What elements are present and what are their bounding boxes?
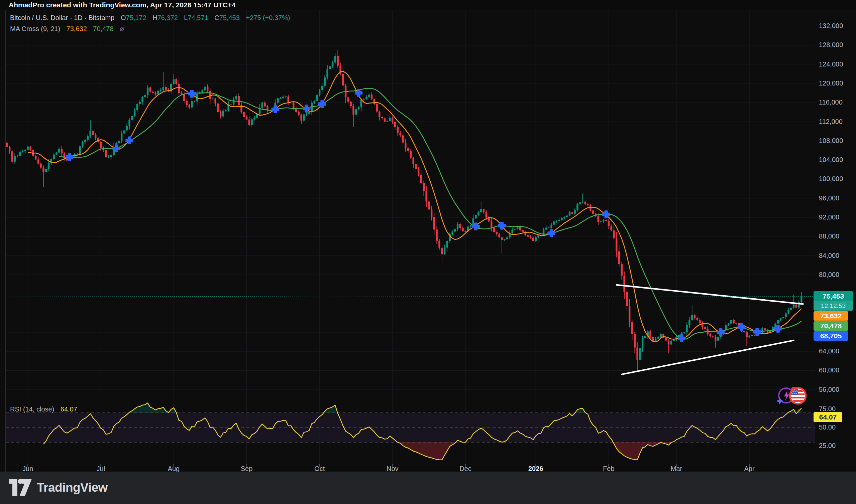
time-axis-month-label: Nov (387, 465, 398, 472)
tradingview-share-image: AhmadPro created with TradingView.com, A… (0, 0, 856, 504)
price-axis-label: 84,000 (819, 252, 839, 259)
rsi-axis-label: 25.00 (819, 442, 836, 449)
corner-icons[interactable] (775, 385, 808, 406)
ma-cross-legend-row[interactable]: MA Cross (9, 21) 73,632 70,478 ⌀ (10, 25, 124, 33)
time-axis-month-label: Apr (744, 465, 754, 472)
time-axis-month-label: Oct (314, 465, 325, 472)
price-axis-label: 60,000 (819, 366, 839, 374)
time-axis-month-label: Dec (459, 465, 472, 472)
price-axis-label: 128,000 (819, 41, 843, 49)
price-axis-label: 112,000 (819, 118, 843, 125)
empty-set-icon[interactable]: ⌀ (120, 25, 124, 32)
low-label: L (184, 14, 188, 21)
tradingview-logo[interactable]: TradingView (9, 479, 108, 497)
time-axis-month-label: Jul (97, 465, 105, 472)
rsi-value-tag: 64.07 (814, 412, 842, 422)
low-value: 74,571 (188, 14, 208, 21)
open-label: O (121, 14, 126, 21)
time-axis-month-label: Jun (22, 465, 33, 472)
last-price-value: 75,453 (814, 291, 853, 301)
price-axis-label: 100,000 (819, 175, 843, 182)
price-axis-label: 124,000 (819, 60, 843, 68)
change-value: +275 (+0.37%) (246, 14, 290, 21)
tradingview-logo-icon (9, 479, 32, 497)
time-axis-month-label: Sep (241, 465, 253, 472)
price-axis-label: 96,000 (819, 194, 839, 202)
ma-cross-label: MA Cross (9, 21) (10, 25, 60, 32)
price-axis-label: 132,000 (819, 22, 843, 30)
price-axis-label: 92,000 (819, 213, 839, 221)
rsi-label: RSI (14, close) (10, 406, 54, 413)
ma-fast-value: 73,632 (67, 25, 87, 32)
ma-fast-price-tag: 73,632 (814, 311, 848, 321)
price-axis-label: 116,000 (819, 98, 843, 106)
time-axis-month-label: Mar (671, 465, 682, 472)
bar-countdown: 12:12:53 (814, 301, 853, 311)
symbol-title: Bitcoin / U.S. Dollar · 1D · Bitstamp (10, 14, 114, 21)
last-price-tag: 75,453 12:12:53 (814, 291, 853, 311)
sparkle-icon (776, 397, 784, 404)
close-value: 75,453 (219, 14, 240, 21)
ma-slow-value: 70,478 (93, 25, 113, 32)
high-label: H (153, 14, 157, 21)
lightning-icon (784, 391, 789, 400)
us-flag-icon[interactable] (790, 388, 806, 404)
footer-bar: TradingView (0, 472, 856, 504)
symbol-legend-row[interactable]: Bitcoin / U.S. Dollar · 1D · Bitstamp O7… (10, 14, 290, 22)
time-axis-month-label: 2026 (528, 465, 543, 472)
price-axis-label: 80,000 (819, 271, 839, 278)
open-value: 75,172 (126, 14, 146, 21)
rsi-axis-label: 50.00 (819, 424, 836, 431)
rsi-axis-label: 75.00 (819, 405, 836, 413)
price-axis-label: 120,000 (819, 79, 843, 87)
close-label: C (214, 14, 219, 21)
price-axis-label: 88,000 (819, 232, 839, 240)
time-axis-month-label: Feb (603, 465, 614, 472)
rsi-legend-row[interactable]: RSI (14, close) 64.07 (10, 406, 77, 413)
high-value: 76,372 (157, 14, 178, 21)
chart-canvas[interactable] (0, 0, 856, 504)
rsi-value: 64.07 (61, 406, 77, 413)
footer-brand-text: TradingView (37, 481, 108, 494)
price-axis-label: 108,000 (819, 137, 843, 144)
time-axis-month-label: Aug (168, 465, 180, 472)
ma-cross-price-tag: 68,705 (814, 331, 848, 341)
ma-slow-price-tag: 70,478 (814, 321, 848, 331)
price-axis-label: 64,000 (819, 347, 839, 355)
price-axis-label: 56,000 (819, 386, 839, 393)
price-axis-label: 104,000 (819, 156, 843, 163)
